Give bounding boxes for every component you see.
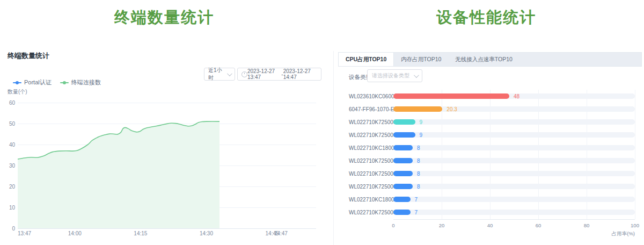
- line-chart-legend: Portal认证终端连接数: [13, 78, 101, 87]
- bar-fill: [393, 158, 413, 163]
- bar-category-label: WL023610KC06000043: [349, 93, 393, 99]
- y-tick-label: 20: [3, 184, 15, 190]
- tab-2[interactable]: 无线接入点速率TOP10: [448, 53, 519, 66]
- bar-track: 8: [393, 145, 635, 150]
- chevron-down-icon: [227, 71, 232, 76]
- bar-row: WL022710K7250001029: [349, 116, 635, 128]
- bar-category-label: WL022710K725000272: [349, 158, 393, 164]
- bar-fill: [393, 184, 413, 189]
- series-area: [18, 121, 219, 228]
- bar-category-label: WL022710KC18000280: [349, 145, 393, 151]
- x-tick-label: 14:47: [274, 230, 288, 236]
- bar-row: WL022710K7250003698: [349, 180, 635, 193]
- x-tick-label: 0: [392, 222, 394, 228]
- bar-track: 9: [393, 132, 635, 138]
- y-tick-label: 50: [3, 121, 15, 127]
- y-tick-label: 60: [3, 100, 15, 106]
- legend-item[interactable]: 终端连接数: [60, 78, 101, 87]
- bar-value-label: 8: [417, 158, 420, 164]
- bar-row: WL022710KC180003727: [349, 193, 635, 206]
- device-type-placeholder: 请选择设备类型: [372, 72, 409, 80]
- bar-fill: [393, 93, 509, 99]
- x-tick-label: 80: [584, 222, 590, 228]
- bar-value-label: 7: [415, 210, 418, 215]
- bar-chart: WL023610KC06000043486047-FF96-1070-EF0A2…: [349, 90, 635, 219]
- bar-row: 6047-FF96-1070-EF0A20.3: [349, 103, 635, 116]
- date-range-end: 2023-12-27 14:47: [283, 68, 317, 80]
- bar-category-label: WL022710K725000102: [349, 119, 393, 125]
- bar-value-label: 8: [417, 171, 420, 177]
- bar-track: 7: [393, 197, 635, 202]
- x-tick-label: 14:00: [68, 230, 82, 236]
- bar-value-label: 48: [514, 93, 519, 99]
- bar-fill: [393, 119, 415, 125]
- date-range-start: 2023-12-27 13:47: [247, 68, 281, 80]
- line-chart-svg: [18, 103, 316, 228]
- bar-category-label: WL022710K725000369: [349, 184, 393, 190]
- legend-marker-icon: [13, 82, 21, 83]
- date-range-picker[interactable]: 2023-12-27 13:47 - 2023-12-27 14:47: [237, 68, 321, 81]
- tab-0[interactable]: CPU占用TOP10: [339, 53, 394, 66]
- panel-divider: [333, 51, 334, 245]
- legend-label: 终端连接数: [71, 78, 101, 87]
- terminal-section-heading: 终端数量统计: [0, 6, 328, 28]
- device-type-select[interactable]: 请选择设备类型: [367, 69, 422, 82]
- x-tick-label: 20: [439, 222, 445, 228]
- bar-value-label: 8: [417, 184, 420, 190]
- x-tick-label: 13:47: [18, 230, 31, 236]
- bar-fill: [393, 171, 413, 176]
- x-tick-label: 60: [536, 222, 541, 228]
- y-tick-label: 40: [3, 142, 15, 148]
- bar-track: 48: [393, 93, 635, 99]
- y-tick-label: 0: [3, 226, 15, 232]
- grid-line: [18, 228, 316, 229]
- bar-fill: [393, 145, 413, 150]
- bar-fill: [393, 106, 442, 112]
- bar-row: WL023610KC0600004348: [349, 90, 635, 103]
- y-tick-label: 10: [3, 205, 15, 211]
- bar-value-label: 9: [420, 132, 423, 138]
- tab-1[interactable]: 内存占用TOP10: [394, 53, 448, 66]
- performance-section-heading: 设备性能统计: [328, 6, 644, 28]
- y-tick-label: 30: [3, 163, 15, 169]
- line-plot: 010203040506013:4714:0014:1514:3014:4514…: [18, 103, 316, 228]
- legend-label: Portal认证: [24, 78, 52, 87]
- bar-row: WL022710K7250004707: [349, 206, 635, 219]
- bar-track: 8: [393, 184, 635, 189]
- time-range-value: 近1小时: [208, 67, 227, 82]
- bar-value-label: 20.3: [447, 106, 457, 112]
- bar-fill: [393, 132, 415, 138]
- bar-fill: [393, 210, 411, 215]
- bar-category-label: WL022710K725000409: [349, 132, 393, 138]
- grid-line: [635, 90, 635, 219]
- bar-row: WL022710K7250004099: [349, 128, 635, 141]
- bar-value-label: 9: [420, 119, 423, 125]
- time-range-select[interactable]: 近1小时: [204, 68, 235, 81]
- x-tick-label: 100: [631, 222, 639, 228]
- bar-row: WL022710K7250002728: [349, 154, 635, 167]
- terminal-card-title: 终端数量统计: [8, 51, 49, 61]
- bar-track: 8: [393, 158, 635, 163]
- bar-value-label: 7: [415, 197, 418, 203]
- bar-track: 20.3: [393, 106, 635, 112]
- legend-item[interactable]: Portal认证: [13, 78, 52, 87]
- bar-chart-x-axis: 占用率(%) 020406080100: [393, 219, 635, 236]
- bar-track: 8: [393, 171, 635, 176]
- bar-value-label: 8: [417, 145, 420, 151]
- bar-category-label: WL022710K725000470: [349, 210, 393, 215]
- chevron-down-icon: [414, 73, 419, 78]
- performance-tabs: CPU占用TOP10内存占用TOP10无线接入点速率TOP10: [338, 52, 642, 67]
- legend-marker-icon: [60, 82, 69, 83]
- x-tick-label: 40: [487, 222, 493, 228]
- y-axis-title: 数量(个): [8, 88, 27, 96]
- bar-fill: [393, 197, 411, 202]
- bar-track: 7: [393, 210, 635, 215]
- bar-track: 9: [393, 119, 635, 125]
- bar-row: WL022710K7250003078: [349, 167, 635, 180]
- bar-category-label: WL022710K725000307: [349, 171, 393, 177]
- bar-row: WL022710KC180002808: [349, 141, 635, 154]
- bar-category-label: 6047-FF96-1070-EF0A: [349, 106, 393, 112]
- clock-icon: [241, 71, 247, 77]
- x-axis-unit: 占用率(%): [612, 230, 635, 237]
- bar-category-label: WL022710KC18000372: [349, 197, 393, 203]
